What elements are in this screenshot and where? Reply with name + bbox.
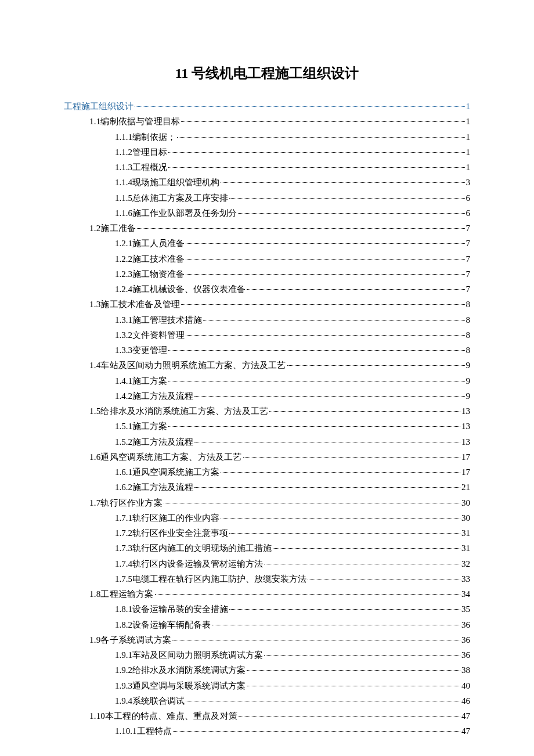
- toc-entry[interactable]: 1.7.2 轨行区作业安全注意事项31: [64, 525, 470, 541]
- toc-entry-page: 6: [466, 190, 471, 206]
- toc-leader-dots: [177, 137, 465, 138]
- toc-entry[interactable]: 1.1.2 管理目标1: [64, 145, 470, 160]
- toc-entry[interactable]: 1.7.5 电缆工程在轨行区内施工防护、放缆安装方法33: [64, 571, 470, 586]
- toc-leader-dots: [168, 350, 465, 351]
- toc-entry[interactable]: 1.5 给排水及水消防系统施工方案、方法及工艺13: [64, 404, 470, 419]
- toc-entry-number: 1.8.1: [115, 602, 132, 617]
- toc-entry-number: 1.4: [89, 358, 100, 373]
- toc-entry[interactable]: 1.6.1 通风空调系统施工方案17: [64, 465, 470, 480]
- toc-entry-text: 轨行区作业安全注意事项: [132, 525, 228, 541]
- toc-entry[interactable]: 1.6.2 施工方法及流程21: [64, 480, 470, 495]
- toc-leader-dots: [264, 655, 460, 656]
- toc-entry[interactable]: 1.4.1 施工方案9: [64, 373, 470, 388]
- toc-entry-text: 变更管理: [132, 343, 167, 358]
- toc-entry-page: 13: [461, 404, 470, 419]
- toc-entry-number: 1.2.2: [115, 251, 132, 267]
- toc-entry-text: 轨行区内设备运输及管材运输方法: [132, 556, 263, 571]
- toc-entry[interactable]: 1.9.4 系统联合调试46: [64, 693, 470, 708]
- toc-leader-dots: [135, 106, 465, 107]
- toc-entry-page: 30: [461, 495, 470, 510]
- toc-entry-number: 1.8.2: [115, 617, 132, 632]
- toc-entry-number: 1.2.1: [115, 236, 132, 251]
- toc-entry[interactable]: 工程施工组织设计1: [64, 99, 470, 114]
- toc-entry-text: 给排水及水消防系统施工方案、方法及工艺: [100, 404, 268, 419]
- toc-entry-text: 车站及区间动力照明系统调试方案: [132, 647, 263, 663]
- toc-entry-text: 施工准备: [100, 221, 136, 236]
- toc-entry-number: 1.1.1: [115, 129, 132, 145]
- toc-leader-dots: [239, 716, 460, 717]
- toc-entry-text: 编制依据与管理目标: [100, 114, 180, 129]
- toc-entry[interactable]: 1.7.1 轨行区施工的作业内容30: [64, 510, 470, 525]
- toc-entry[interactable]: 1.3.1 施工管理技术措施8: [64, 312, 470, 327]
- toc-entry-text: 施工物资准备: [132, 267, 185, 282]
- toc-entry[interactable]: 1.1.3 工程概况1: [64, 160, 470, 175]
- toc-entry[interactable]: 1.1.1 编制依据；1: [64, 129, 470, 145]
- toc-entry[interactable]: 1.7.4 轨行区内设备运输及管材运输方法32: [64, 556, 470, 571]
- toc-entry[interactable]: 1.2 施工准备7: [64, 221, 470, 236]
- toc-entry[interactable]: 1.6 通风空调系统施工方案、方法及工艺17: [64, 449, 470, 465]
- toc-leader-dots: [168, 167, 465, 168]
- toc-entry[interactable]: 1.4 车站及区间动力照明系统施工方案、方法及工艺9: [64, 358, 470, 373]
- toc-entry-text: 施工作业队部署及任务划分: [132, 206, 237, 221]
- toc-entry[interactable]: 1.9 各子系统调试方案36: [64, 632, 470, 647]
- toc-entry-number: 1.6.1: [115, 465, 132, 480]
- toc-entry[interactable]: 1.3.3 变更管理8: [64, 343, 470, 358]
- toc-entry[interactable]: 1.7.3 轨行区内施工的文明现场的施工措施31: [64, 541, 470, 556]
- toc-entry-text: 文件资料管理: [132, 327, 185, 343]
- toc-entry-number: 1.10: [89, 708, 105, 723]
- toc-leader-dots: [194, 442, 460, 442]
- toc-entry-number: 1.4.1: [115, 373, 132, 388]
- toc-entry[interactable]: 1.10.1 工程特点47: [64, 723, 470, 739]
- toc-entry-page: 1: [466, 145, 471, 160]
- toc-leader-dots: [247, 686, 460, 686]
- toc-entry-number: 1.1.5: [115, 190, 132, 206]
- toc-entry[interactable]: 1.7 轨行区作业方案30: [64, 495, 470, 510]
- toc-entry-text: 通风空调系统施工方案: [132, 465, 219, 480]
- toc-entry[interactable]: 1.8 工程运输方案34: [64, 586, 470, 602]
- toc-entry[interactable]: 1.1.6 施工作业队部署及任务划分6: [64, 206, 470, 221]
- toc-entry-page: 8: [466, 297, 471, 312]
- toc-entry[interactable]: 1.8.2 设备运输车辆配备表36: [64, 617, 470, 632]
- toc-entry-number: 1.10.1: [115, 723, 137, 739]
- toc-entry-text: 设备运输吊装的安全措施: [132, 602, 228, 617]
- toc-entry[interactable]: 1.5.1 施工方案13: [64, 419, 470, 434]
- toc-entry[interactable]: 1.3.2 文件资料管理8: [64, 327, 470, 343]
- toc-leader-dots: [194, 396, 465, 397]
- toc-entry[interactable]: 1.8.1 设备运输吊装的安全措施35: [64, 602, 470, 617]
- toc-entry[interactable]: 1.9.3 通风空调与采暖系统调试方案40: [64, 678, 470, 693]
- toc-entry[interactable]: 1.2.4 施工机械设备、仪器仪表准备7: [64, 282, 470, 297]
- toc-leader-dots: [168, 152, 465, 153]
- toc-entry-text: 电缆工程在轨行区内施工防护、放缆安装方法: [132, 571, 306, 586]
- toc-entry[interactable]: 1.3 施工技术准备及管理8: [64, 297, 470, 312]
- toc-entry[interactable]: 1.4.2 施工方法及流程9: [64, 388, 470, 404]
- toc-entry-text: 各子系统调试方案: [100, 632, 171, 647]
- toc-entry[interactable]: 1.2.2 施工技术准备7: [64, 251, 470, 267]
- toc-entry-page: 31: [461, 541, 470, 556]
- toc-leader-dots: [212, 625, 460, 625]
- toc-entry[interactable]: 1.9.2 给排水及水消防系统调试方案38: [64, 663, 470, 678]
- toc-entry-text: 现场施工组织管理机构: [132, 175, 219, 190]
- toc-entry[interactable]: 1.10 本工程的特点、难点、重点及对策47: [64, 708, 470, 723]
- toc-leader-dots: [181, 304, 464, 305]
- toc-entry[interactable]: 1.2.1 施工人员准备7: [64, 236, 470, 251]
- toc-entry[interactable]: 1.1.5 总体施工方案及工序安排6: [64, 190, 470, 206]
- toc-entry-number: 1.3: [89, 297, 100, 312]
- toc-entry[interactable]: 1.1 编制依据与管理目标1: [64, 114, 470, 129]
- toc-entry-page: 34: [461, 586, 470, 602]
- toc-leader-dots: [173, 731, 461, 732]
- toc-entry-text: 轨行区施工的作业内容: [132, 510, 219, 525]
- toc-entry-number: 1.7: [89, 495, 100, 510]
- toc-entry[interactable]: 1.5.2 施工方法及流程13: [64, 434, 470, 449]
- toc-entry-page: 36: [461, 617, 470, 632]
- toc-entry-page: 33: [461, 571, 470, 586]
- toc-entry[interactable]: 1.2.3 施工物资准备7: [64, 267, 470, 282]
- toc-entry[interactable]: 1.1.4 现场施工组织管理机构3: [64, 175, 470, 190]
- toc-entry[interactable]: 1.9.1 车站及区间动力照明系统调试方案36: [64, 647, 470, 663]
- toc-entry-page: 35: [461, 602, 470, 617]
- toc-entry-page: 1: [466, 160, 471, 175]
- toc-leader-dots: [247, 670, 460, 671]
- toc-entry-page: 17: [461, 465, 470, 480]
- toc-entry-number: 1.7.4: [115, 556, 132, 571]
- toc-entry-page: 47: [461, 723, 470, 739]
- toc-entry-page: 47: [461, 708, 470, 723]
